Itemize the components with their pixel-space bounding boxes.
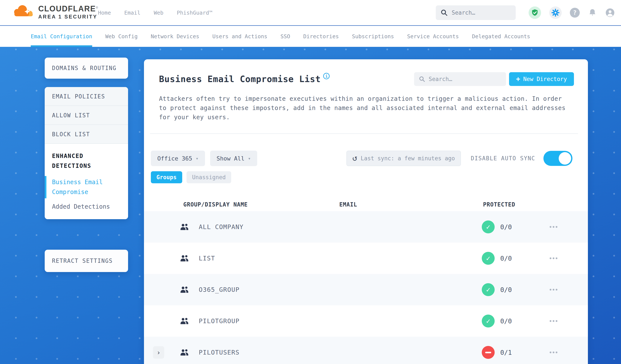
- primary-nav: Home Email Web PhishGuard™: [98, 0, 212, 25]
- auto-sync-label: DISABLE AUTO SYNC: [471, 155, 535, 162]
- notifications-bell-icon[interactable]: [588, 8, 597, 17]
- enhanced-detections-label[interactable]: ENHANCED DETECTIONS: [52, 151, 108, 171]
- sidebar-item-allow-list[interactable]: ALLOW LIST: [45, 106, 128, 125]
- chevron-down-icon: ▾: [248, 156, 251, 161]
- header-actions: ?: [436, 0, 615, 25]
- protected-check-badge: ✓: [482, 252, 495, 265]
- security-status-button[interactable]: [529, 6, 541, 19]
- nav-home[interactable]: Home: [98, 10, 111, 16]
- active-indicator-bar: [45, 176, 46, 198]
- group-name: LIST: [199, 255, 215, 262]
- tab-service-accounts[interactable]: Service Accounts: [407, 26, 459, 47]
- search-icon: [419, 76, 425, 82]
- sidebar-item-domains-routing[interactable]: DOMAINS & ROUTING: [45, 58, 128, 79]
- directory-search[interactable]: [414, 72, 506, 86]
- row-menu-button[interactable]: [548, 318, 560, 324]
- table-row: ALL COMPANY ✓ 0/0: [144, 211, 588, 243]
- nav-email[interactable]: Email: [124, 10, 140, 16]
- global-search-input[interactable]: [452, 9, 508, 16]
- tab-subscriptions[interactable]: Subscriptions: [352, 26, 394, 47]
- group-icon: [180, 254, 189, 262]
- protected-count: 0/0: [500, 286, 512, 294]
- protected-count: 0/0: [500, 317, 512, 325]
- sidebar-policies-card: EMAIL POLICIES ALLOW LIST BLOCK LIST ENH…: [45, 87, 128, 219]
- bec-list-panel: Business Email Compromise List i + New D…: [144, 59, 588, 364]
- table-header: GROUP/DISPLAY NAME EMAIL PROTECTED: [144, 198, 588, 211]
- protected-count: 0/1: [500, 349, 512, 356]
- group-name: ALL COMPANY: [199, 223, 244, 231]
- tab-unassigned[interactable]: Unassigned: [187, 171, 231, 183]
- row-menu-button[interactable]: [548, 349, 560, 355]
- top-header: CLOUDFLARE® AREA 1 SECURITY Home Email W…: [0, 0, 621, 25]
- sidebar-item-email-policies[interactable]: EMAIL POLICIES: [45, 87, 128, 106]
- row-menu-button[interactable]: [548, 287, 560, 293]
- protected-check-badge: ✓: [482, 221, 495, 233]
- sidebar-item-block-list[interactable]: BLOCK LIST: [45, 125, 128, 144]
- section-divider: [150, 133, 578, 134]
- group-icon: [180, 317, 189, 325]
- tab-sso[interactable]: SSO: [280, 26, 290, 47]
- tab-directories[interactable]: Directories: [303, 26, 339, 47]
- column-header-name: GROUP/DISPLAY NAME: [183, 201, 248, 208]
- row-menu-button[interactable]: [548, 224, 560, 230]
- tab-email-configuration[interactable]: Email Configuration: [31, 26, 92, 47]
- table-row: O365_GROUP ✓ 0/0: [144, 274, 588, 305]
- cloudflare-cloud-icon: [13, 2, 36, 22]
- column-header-protected: PROTECTED: [483, 201, 515, 208]
- tab-users-and-actions[interactable]: Users and Actions: [212, 26, 267, 47]
- plus-icon: +: [516, 75, 520, 83]
- table-row: LIST ✓ 0/0: [144, 243, 588, 274]
- gear-icon: [551, 8, 560, 17]
- info-icon[interactable]: i: [323, 73, 330, 79]
- config-tabs: Email Configuration Web Config Network D…: [0, 26, 621, 47]
- chevron-down-icon: ▾: [196, 156, 199, 161]
- expand-row-button[interactable]: ›: [153, 346, 164, 359]
- group-icon: [180, 286, 189, 294]
- group-icon: [180, 223, 189, 231]
- table-row: PILOTGROUP ✓ 0/0: [144, 305, 588, 337]
- page-background: DOMAINS & ROUTING EMAIL POLICIES ALLOW L…: [0, 47, 621, 364]
- group-name: PILOTGROUP: [199, 317, 240, 325]
- group-name: O365_GROUP: [199, 286, 240, 293]
- help-button[interactable]: ?: [570, 8, 580, 17]
- protected-check-badge: ✓: [482, 283, 495, 296]
- toggle-knob: [559, 152, 571, 165]
- protected-count: 0/0: [500, 223, 512, 231]
- new-directory-button[interactable]: + New Directory: [509, 72, 574, 86]
- nav-web[interactable]: Web: [154, 10, 163, 16]
- search-icon: [441, 9, 448, 16]
- filter-dropdown[interactable]: Show All ▾: [210, 151, 257, 166]
- tab-network-devices[interactable]: Network Devices: [151, 26, 199, 47]
- auto-sync-toggle[interactable]: [543, 151, 572, 166]
- row-menu-button[interactable]: [548, 255, 560, 261]
- shield-check-icon: [531, 9, 539, 17]
- tab-web-config[interactable]: Web Config: [105, 26, 138, 47]
- brand-name: CLOUDFLARE®: [38, 4, 98, 13]
- column-header-email: EMAIL: [339, 201, 357, 208]
- unprotected-badge: [482, 346, 495, 359]
- last-sync-button[interactable]: ↺ Last sync: a few minutes ago: [346, 151, 461, 166]
- settings-button[interactable]: [549, 6, 562, 19]
- global-search[interactable]: [436, 5, 516, 20]
- last-sync-text: Last sync: a few minutes ago: [361, 155, 455, 162]
- directory-search-input[interactable]: [429, 76, 493, 82]
- page-title: Business Email Compromise List: [159, 74, 321, 84]
- sidebar-item-business-email-compromise[interactable]: Business Email Compromise: [52, 177, 112, 197]
- group-icon: [180, 348, 189, 356]
- nav-phishguard[interactable]: PhishGuard™: [177, 10, 212, 16]
- connector-dropdown[interactable]: Office 365 ▾: [151, 151, 205, 166]
- protected-count: 0/0: [500, 255, 512, 262]
- sidebar-item-added-detections[interactable]: Added Detections: [52, 203, 121, 210]
- page-description: Attackers often try to impersonate execu…: [159, 94, 569, 122]
- minus-icon: [485, 352, 491, 353]
- tab-delegated-accounts[interactable]: Delegated Accounts: [472, 26, 530, 47]
- group-name: PILOTUSERS: [199, 349, 240, 356]
- sidebar-section-enhanced-detections: ENHANCED DETECTIONS Business Email Compr…: [45, 144, 128, 219]
- table-row: › PILOTUSERS 0/1: [144, 337, 588, 364]
- sidebar-item-retract-settings[interactable]: RETRACT SETTINGS: [45, 250, 128, 272]
- account-avatar-icon[interactable]: [605, 8, 615, 17]
- tab-groups[interactable]: Groups: [151, 171, 182, 183]
- refresh-icon: ↺: [352, 154, 357, 162]
- protected-check-badge: ✓: [482, 314, 495, 328]
- cloudflare-logo: CLOUDFLARE® AREA 1 SECURITY: [13, 2, 98, 22]
